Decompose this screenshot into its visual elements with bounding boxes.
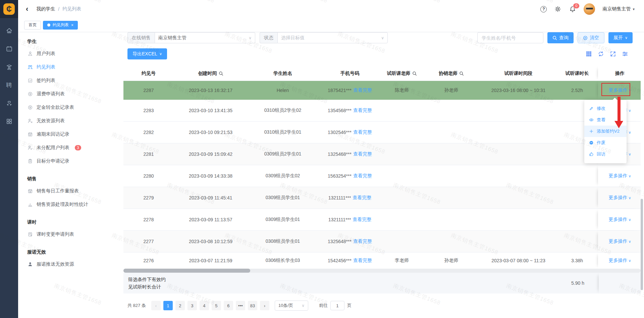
- page-button[interactable]: 6: [224, 301, 233, 310]
- more-actions-link[interactable]: 更多操作∨: [608, 258, 631, 264]
- more-actions-link[interactable]: 更多操作∨: [608, 238, 631, 244]
- view-full-phone-link[interactable]: 查看完整: [353, 238, 372, 244]
- tab-bar: 首页 约见列表 ×: [18, 18, 644, 32]
- notifications-bell-icon[interactable]: 0: [569, 5, 576, 13]
- breadcrumb-separator: /: [58, 6, 59, 12]
- scrollbar-thumb[interactable]: [123, 269, 250, 273]
- sidebar-item[interactable]: 目标分申请记录: [27, 154, 123, 168]
- cell-trial-period: [481, 100, 556, 121]
- horizontal-scrollbar[interactable]: [123, 269, 641, 273]
- column-header: 试听课时长: [556, 66, 598, 81]
- refresh-icon[interactable]: [598, 51, 604, 57]
- menu-item[interactable]: 修改: [584, 103, 627, 114]
- sidebar-item[interactable]: 课时变更申请列表: [27, 228, 123, 241]
- view-full-phone-link[interactable]: 查看完整: [353, 258, 372, 264]
- menu-item[interactable]: 查看: [584, 114, 627, 126]
- user-menu[interactable]: 南京销售主管 ▾: [602, 6, 635, 12]
- column-header[interactable]: 试听课老师: [382, 66, 422, 81]
- menu-item[interactable]: 回访: [584, 148, 627, 160]
- app-logo[interactable]: ₵: [0, 0, 18, 18]
- summary-label: 筛选条件下有效约 见试听时长合计: [123, 273, 385, 293]
- sidebar-item[interactable]: 签约列表: [27, 74, 123, 87]
- sidebar-item[interactable]: 用户列表: [27, 47, 123, 60]
- view-full-phone-link[interactable]: 查看完整: [353, 217, 371, 223]
- sidebar-item[interactable]: 无效资源列表: [27, 114, 123, 128]
- cell-assist-teacher: [422, 187, 481, 209]
- menu-item[interactable]: 作废: [584, 137, 627, 148]
- column-header: 手机号码: [318, 66, 382, 81]
- sidebar-item[interactable]: 销售每日工作量报表: [27, 184, 123, 198]
- page-button[interactable]: 2: [175, 301, 185, 310]
- page-size-select[interactable]: 10条/页 ∨: [275, 301, 308, 311]
- expand-button[interactable]: 展开 ∨: [608, 32, 633, 43]
- clear-button[interactable]: 清空: [578, 32, 604, 43]
- view-full-phone-link[interactable]: 查看完整: [353, 129, 372, 135]
- view-full-phone-link[interactable]: 查看完整: [353, 195, 371, 201]
- page-button[interactable]: 3: [187, 301, 197, 310]
- settings-gear-icon[interactable]: [554, 5, 561, 13]
- sidebar-item[interactable]: 逾期未回访记录: [27, 128, 123, 141]
- user-icon: [27, 51, 33, 57]
- search-input[interactable]: [477, 32, 543, 43]
- avatar[interactable]: [584, 3, 595, 15]
- goto-page-input[interactable]: [330, 301, 344, 310]
- page-button[interactable]: •••: [236, 301, 245, 310]
- online-sales-select[interactable]: 南京销售主管 ∨: [155, 32, 255, 43]
- more-actions-link[interactable]: 更多操作∨: [608, 173, 631, 179]
- fullscreen-icon[interactable]: [610, 51, 616, 57]
- more-actions-link[interactable]: 更多操作∨: [608, 217, 631, 223]
- close-icon[interactable]: ×: [71, 23, 73, 27]
- status-select[interactable]: 选择目标值 ∨: [277, 32, 388, 43]
- cell-created-time: 2023-03-10 09:21:53: [174, 122, 248, 143]
- tab-home[interactable]: 首页: [24, 21, 41, 30]
- cell-meeting-id: 2282: [123, 122, 174, 143]
- column-header[interactable]: 创建时间: [174, 66, 248, 81]
- breadcrumb-parent[interactable]: 我的学生: [36, 6, 55, 12]
- help-icon[interactable]: ?: [540, 6, 547, 12]
- cell-phone: 1325648***查看完整: [318, 231, 382, 252]
- student-icon[interactable]: [5, 63, 13, 71]
- page-button[interactable]: 4: [200, 301, 209, 310]
- page-button[interactable]: 5: [212, 301, 221, 310]
- next-page-button[interactable]: ›: [260, 301, 269, 310]
- view-full-phone-link[interactable]: 查看完整: [353, 107, 372, 113]
- page-button[interactable]: 83: [248, 301, 257, 310]
- more-actions-link[interactable]: 更多操作∨: [608, 87, 631, 93]
- sidebar-item[interactable]: 退费申请列表: [27, 87, 123, 101]
- sidebar-item[interactable]: 定金转全款记录表: [27, 101, 123, 114]
- menu-item[interactable]: 添加签约V2: [584, 126, 627, 137]
- column-header[interactable]: 协销老师: [422, 66, 481, 81]
- cell-phone: 1325468***查看完整: [318, 143, 382, 165]
- search-icon[interactable]: [219, 71, 223, 76]
- home-icon[interactable]: [5, 27, 13, 34]
- export-excel-button[interactable]: 导出EXCEL ∨: [127, 48, 167, 59]
- sidebar-item[interactable]: 服诺推送无效资源: [27, 258, 123, 271]
- hire-icon[interactable]: 聘: [5, 81, 13, 89]
- chevron-down-icon: ∨: [628, 88, 631, 92]
- invalid-user-icon: [27, 118, 33, 124]
- view-full-phone-link[interactable]: 查看完整: [353, 87, 372, 93]
- tab-meeting-list[interactable]: 约见列表 ×: [43, 21, 78, 30]
- sidebar-item[interactable]: 未分配用户列表 3: [27, 141, 123, 154]
- search-icon[interactable]: [459, 71, 464, 76]
- apps-grid-icon[interactable]: [5, 118, 13, 125]
- page-button[interactable]: 1: [163, 301, 173, 310]
- class-change-icon: [27, 232, 33, 237]
- search-icon[interactable]: [412, 71, 417, 76]
- vertical-scrollbar[interactable]: [641, 199, 643, 290]
- calendar-icon[interactable]: [5, 45, 13, 52]
- heart-hands-icon[interactable]: [5, 99, 13, 107]
- grid-view-icon[interactable]: [586, 51, 592, 57]
- cell-listen-teacher: [382, 209, 422, 230]
- cell-student-name: 0309组员2学生01: [248, 143, 318, 165]
- sidebar-item[interactable]: 销售资源处理及时性统计: [27, 198, 123, 211]
- prev-page-button[interactable]: ‹: [151, 301, 161, 310]
- view-full-phone-link[interactable]: 查看完整: [353, 151, 372, 157]
- column-filter-icon[interactable]: [622, 51, 628, 57]
- view-full-phone-link[interactable]: 查看完整: [353, 173, 372, 179]
- query-button[interactable]: 查询: [547, 32, 574, 43]
- more-actions-link[interactable]: 更多操作∨: [608, 195, 631, 201]
- void-icon: [589, 140, 594, 145]
- back-button[interactable]: ‹: [26, 5, 28, 13]
- sidebar-item[interactable]: 约见列表: [27, 60, 123, 74]
